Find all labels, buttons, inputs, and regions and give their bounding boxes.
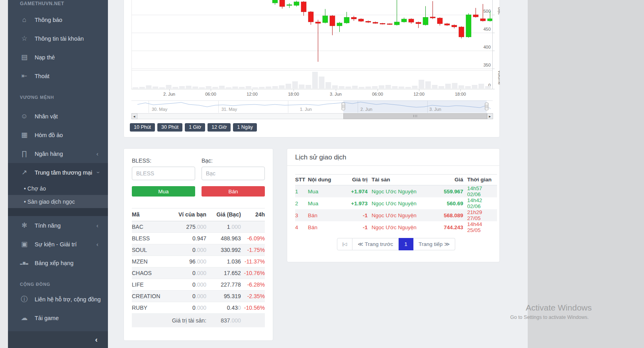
market-price: 227.778 xyxy=(206,279,241,291)
sidebar-item-tai-game[interactable]: ☁ Tải game xyxy=(8,309,108,327)
svg-text:31. May: 31. May xyxy=(221,107,237,112)
market-row: RUBY0.0000.430-10.56% xyxy=(132,302,265,314)
asset-total-label: Giá trị tài sản: xyxy=(132,314,206,327)
svg-text:3. Jun: 3. Jun xyxy=(429,107,441,112)
sidebar-item-thoat[interactable]: ⇤ Thoát xyxy=(8,67,108,85)
history-asset: Ngọc Ước Nguyện xyxy=(368,209,427,221)
history-type: Bán xyxy=(308,209,333,221)
candlestick-chart[interactable]: 5004504003500BạcVolume2. Jun06:0012:0018… xyxy=(123,0,500,120)
svg-text:2. Jun: 2. Jun xyxy=(163,92,175,96)
volume-series xyxy=(133,72,491,88)
svg-text:18:00: 18:00 xyxy=(288,92,299,96)
market-price: 488.963 xyxy=(206,233,241,244)
prev-page-button[interactable]: ≪ Trang trước xyxy=(352,238,399,250)
market-row: LIFE0.000227.778-6.28% xyxy=(132,279,265,291)
range-button-1h[interactable]: 1 Giờ xyxy=(185,123,205,132)
svg-text:◄: ◄ xyxy=(133,115,136,118)
col-header-gia: Giá xyxy=(427,175,463,185)
first-page-button[interactable]: |◁ xyxy=(337,238,352,250)
svg-text:Volume: Volume xyxy=(497,70,500,85)
transaction-history-panel: Lịch sử giao dịch STT Nội dung Giá trị T… xyxy=(287,148,500,262)
sidebar-item-bang-xep-hang[interactable]: ▂▆▃ Bảng xếp hạng xyxy=(8,254,108,272)
navigator-handle-left xyxy=(342,103,345,110)
basket-icon: ▦ xyxy=(20,131,29,139)
chevron-left-icon: ‹ xyxy=(96,150,98,157)
market-change: -2.35% xyxy=(241,291,265,302)
market-row: SOUL0.000330.992-1.75% xyxy=(132,244,265,256)
sidebar-item-lien-he[interactable]: ⓘ Liên hệ hỗ trợ, cộng đồng xyxy=(8,290,108,309)
history-stt: 4 xyxy=(295,221,308,233)
activate-windows-watermark: Activate Windows Go to Settings to activ… xyxy=(510,303,592,320)
history-time: 14h44 25/05 xyxy=(463,221,497,233)
history-time: 14h42 02/06 xyxy=(463,197,497,209)
sidebar-item-ngan-hang[interactable]: ∏ Ngân hàng ‹ xyxy=(8,144,108,163)
col-header-stt: STT xyxy=(295,175,308,185)
cloud-download-icon: ☁ xyxy=(20,314,29,322)
history-row: 3Bán-1Ngọc Ước Nguyện568.08921h29 27/05 xyxy=(295,209,497,221)
candle-series xyxy=(272,0,493,62)
current-page-button[interactable]: 1 xyxy=(399,238,413,250)
history-type: Bán xyxy=(308,221,333,233)
history-asset: Ngọc Ước Nguyện xyxy=(368,221,427,233)
history-price: 559.967 xyxy=(427,185,463,198)
chart-scrollbar: ◄► xyxy=(131,113,493,119)
sidebar-item-trung-tam-thuong-mai[interactable]: ↗ Trung tâm thương mại ‹ xyxy=(8,163,108,182)
market-price: 330.992 xyxy=(206,244,241,256)
star-icon: ☆ xyxy=(20,34,29,43)
collapse-chevron-icon: ‹ xyxy=(95,335,98,344)
history-row: 4Bán-1Ngọc Ước Nguyện744.24314h44 25/05 xyxy=(295,221,497,233)
market-price: 0.430 xyxy=(206,302,241,314)
sell-button[interactable]: Bán xyxy=(202,186,265,197)
sidebar-item-nap-the[interactable]: ▤ Nạp thẻ xyxy=(8,48,108,67)
sidebar-item-nhan-vat[interactable]: ☺ Nhân vật xyxy=(8,107,108,126)
menu-block-divider xyxy=(8,208,108,216)
pagination: |◁ ≪ Trang trước 1 Trang tiếp ≫ xyxy=(295,238,497,250)
market-code: RUBY xyxy=(132,302,168,314)
col-header-gia-tri: Giá trị xyxy=(333,175,368,185)
sidebar-collapse-button[interactable]: ‹ xyxy=(8,331,108,348)
history-table: STT Nội dung Giá trị Tài sản Giá Thời gi… xyxy=(295,174,497,233)
range-button-10min[interactable]: 10 Phút xyxy=(130,123,155,132)
svg-text:30. May: 30. May xyxy=(152,107,168,112)
market-change: -10.76% xyxy=(241,267,265,279)
logout-icon: ⇤ xyxy=(20,72,29,80)
svg-text:1. Jun: 1. Jun xyxy=(300,107,312,112)
history-amount: -1 xyxy=(333,209,368,221)
buy-button[interactable]: Mua xyxy=(132,186,195,197)
col-header-code: Mã xyxy=(132,208,168,221)
market-wallet: 0.000 xyxy=(168,302,206,314)
history-asset: Ngọc Ước Nguyện xyxy=(368,185,427,198)
sidebar-subitem-san-giao-dich-ngoc[interactable]: • Sàn giao dịch ngọc xyxy=(8,195,108,208)
next-page-button[interactable]: Trang tiếp ≫ xyxy=(413,238,455,250)
range-button-12h[interactable]: 12 Giờ xyxy=(207,123,231,132)
svg-text:2. Jun: 2. Jun xyxy=(360,107,372,112)
market-code: BAC xyxy=(132,221,168,233)
market-change: -6.28% xyxy=(241,279,265,291)
bless-amount-input[interactable] xyxy=(132,167,195,180)
range-button-1d[interactable]: 1 Ngày xyxy=(233,123,257,132)
bless-label: BLESS: xyxy=(132,157,195,164)
sidebar-item-su-kien[interactable]: ▣ Sự kiện - Giải trí ‹ xyxy=(8,235,108,254)
history-time: 21h29 27/05 xyxy=(463,209,497,221)
info-icon: ⓘ xyxy=(20,295,29,304)
bar-chart-icon: ▂▆▃ xyxy=(20,261,29,265)
history-stt: 2 xyxy=(295,197,308,209)
range-button-30min[interactable]: 30 Phút xyxy=(157,123,182,132)
banknote-icon: ▤ xyxy=(20,53,29,61)
sidebar-item-tai-khoan[interactable]: ☆ Thông tin tài khoản xyxy=(8,29,108,48)
market-code: BLESS xyxy=(132,233,168,244)
bac-amount-input[interactable] xyxy=(202,167,265,180)
chevron-left-icon: ‹ xyxy=(96,241,98,248)
sidebar-subitem-cho-ao[interactable]: • Chợ ảo xyxy=(8,182,108,195)
sidebar-item-hom-do-ao[interactable]: ▦ Hòm đồ ảo xyxy=(8,126,108,144)
sidebar-item-thong-bao[interactable]: ⌂ Thông báo xyxy=(8,10,108,29)
section-label-cong-dong: CỘNG ĐỒNG xyxy=(8,272,108,290)
navigator: 30. May31. May1. Jun2. Jun3. Jun xyxy=(131,100,493,113)
sidebar-item-tinh-nang[interactable]: ✻ Tính năng ‹ xyxy=(8,216,108,235)
asset-total-value: 837.000 xyxy=(206,314,241,327)
svg-text:►: ► xyxy=(488,115,491,118)
market-row: BLESS0.947488.963-6.09% xyxy=(132,233,265,244)
section-label-vuong-menh: VƯƠNG MỆNH xyxy=(8,85,108,103)
col-header-tai-san: Tài sản xyxy=(368,175,427,185)
brand-logo[interactable]: GAMETHUVN.NET xyxy=(8,0,108,10)
